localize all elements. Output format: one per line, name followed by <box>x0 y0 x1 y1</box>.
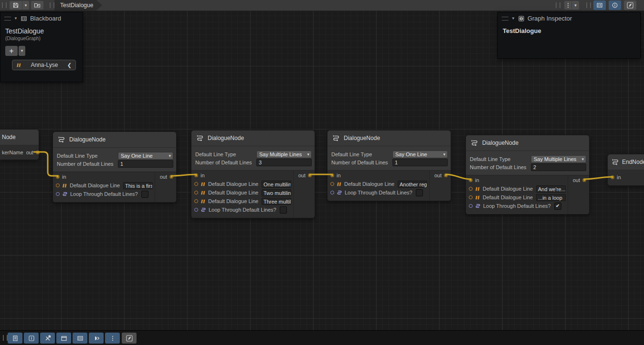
kebab-menu-icon <box>109 335 116 342</box>
loop-checkbox[interactable] <box>416 189 423 196</box>
dialogue-line-port[interactable] <box>56 183 60 187</box>
blackboard-header[interactable]: ▼ Blackboard <box>0 12 83 23</box>
blackboard-icon <box>77 335 84 342</box>
line-count-field[interactable]: 1 <box>118 160 173 168</box>
toggle-blackboard-button[interactable] <box>73 333 87 344</box>
field-label: Number of Default Lines <box>331 160 392 165</box>
loop-checkbox[interactable]: ✔ <box>554 203 561 210</box>
line-type-dropdown[interactable]: Say Multiple Lines▾ <box>256 151 312 158</box>
toolbar-drag-handle[interactable] <box>556 2 560 8</box>
dropdown-value: Say Multiple Lines <box>534 156 576 162</box>
options-dropdown-button[interactable]: ▾ <box>572 1 579 10</box>
loop-port[interactable] <box>56 192 60 196</box>
collapse-triangle-icon[interactable]: ▼ <box>14 16 18 21</box>
loop-checkbox[interactable] <box>280 206 287 214</box>
tab-label: TestDialogue <box>60 2 93 9</box>
dialogue-line-field[interactable]: Three multilin <box>262 198 291 205</box>
save-icon <box>12 2 19 9</box>
graph-inspector-header[interactable]: ▼ Graph Inspector <box>498 12 640 23</box>
loop-icon <box>337 190 342 195</box>
save-button[interactable] <box>10 1 22 10</box>
line-count-field[interactable]: 3 <box>256 159 312 166</box>
toggle-console-button[interactable] <box>8 333 22 344</box>
toggle-blackboard-button[interactable] <box>593 0 606 10</box>
info-square-icon <box>518 15 525 22</box>
dialogue-line-field[interactable]: One multiline <box>262 181 291 188</box>
dialogue-line-port[interactable] <box>469 187 473 191</box>
toggle-graph-inspector-button[interactable] <box>609 0 621 10</box>
dialogue-line-port[interactable] <box>330 182 334 186</box>
caret-down-icon: ▾ <box>21 49 23 53</box>
toggle-playthrough-button[interactable] <box>89 333 104 344</box>
drag-grip-icon[interactable] <box>4 17 11 21</box>
port-label: Default Dialogue Line <box>70 183 121 188</box>
dialogue-line-field[interactable]: And we're... <box>536 185 566 193</box>
line-type-dropdown[interactable]: Say One Line▾ <box>392 151 448 158</box>
toolbar-drag-handle[interactable] <box>50 2 54 8</box>
port-label: kerName <box>0 150 23 155</box>
dialogue-line-field[interactable]: Two multiline <box>262 189 291 196</box>
toggle-window-button[interactable] <box>56 333 71 344</box>
port-label: Loop Through Default Lines? <box>70 191 138 197</box>
port-label: Default Dialogue Line 2 <box>208 190 259 195</box>
toolbar-drag-handle[interactable] <box>586 2 591 8</box>
open-asset-button[interactable] <box>31 1 43 10</box>
loop-port[interactable] <box>330 191 334 194</box>
loop-port[interactable] <box>469 204 473 208</box>
dialogue-line-port[interactable] <box>194 199 198 203</box>
quill-icon <box>626 1 634 9</box>
toggle-tools-button[interactable] <box>40 333 55 344</box>
bottom-toolbar <box>0 330 644 345</box>
loop-checkbox[interactable] <box>141 191 148 198</box>
dialogue-line-port[interactable] <box>194 191 198 194</box>
tab-testdialogue[interactable]: TestDialogue <box>54 0 102 11</box>
line-type-dropdown[interactable]: Say Multiple Lines▾ <box>531 155 586 163</box>
end-node[interactable]: EndNode in <box>607 154 644 186</box>
toolbar-drag-handle[interactable] <box>3 335 8 341</box>
toggle-preview-button[interactable] <box>122 333 137 344</box>
speaker-node[interactable]: Node kerName out <box>0 129 39 160</box>
loop-port[interactable] <box>194 208 198 212</box>
toggle-inspector-button[interactable] <box>24 333 39 344</box>
dialogue-line-field[interactable]: This is a first <box>123 182 153 189</box>
toolbar-drag-handle[interactable] <box>2 2 7 8</box>
out-port-label: out <box>434 172 442 178</box>
drag-grip-icon[interactable] <box>502 17 508 21</box>
node-title-label: DialogueNode <box>69 136 106 143</box>
field-label: Default Line Type <box>331 151 392 157</box>
add-property-button[interactable]: + <box>5 46 18 56</box>
port-label: Default Dialogue Line 2 <box>483 194 534 200</box>
options-menu-button[interactable] <box>564 1 571 10</box>
blackboard-asset-title[interactable]: TestDialogue <box>0 23 83 35</box>
port-label: Default Dialogue Line 1 <box>483 186 534 192</box>
dialogue-node-3[interactable]: DialogueNode Default Line Type Say One L… <box>327 130 451 201</box>
blackboard-panel: ▼ Blackboard TestDialogue (DialogueGraph… <box>0 12 83 82</box>
line-type-dropdown[interactable]: Say One Line▾ <box>118 152 173 160</box>
port-label: Loop Through Default Lines? <box>483 203 551 209</box>
port-label: Loop Through Default Lines? <box>209 207 276 213</box>
collapse-chevron-icon[interactable]: ❮ <box>67 62 72 68</box>
more-options-button[interactable] <box>105 333 120 344</box>
dialogue-line-field[interactable]: ...in a loop <box>536 194 566 201</box>
dialogue-node-1[interactable]: DialogueNode Default Line Type Say One L… <box>53 131 177 203</box>
caret-down-icon: ▾ <box>25 3 27 8</box>
graph-inspector-panel: ▼ Graph Inspector TestDialogue <box>497 12 641 59</box>
dialogue-line-port[interactable] <box>469 195 473 199</box>
line-count-field[interactable]: 2 <box>531 163 586 171</box>
dialogue-line-field[interactable]: Another regu <box>398 181 427 188</box>
dialogue-line-port[interactable] <box>194 182 198 186</box>
dialogue-node-4[interactable]: DialogueNode Default Line Type Say Multi… <box>465 135 590 215</box>
kebab-menu-icon <box>565 2 571 9</box>
add-property-dropdown-button[interactable]: ▾ <box>19 46 25 56</box>
port-label: Loop Through Default Lines? <box>345 190 412 195</box>
collapse-triangle-icon[interactable]: ▼ <box>511 16 515 21</box>
blackboard-icon <box>596 2 603 9</box>
dialogue-node-2[interactable]: DialogueNode Default Line Type Say Multi… <box>191 130 315 218</box>
save-dropdown-button[interactable]: ▾ <box>22 1 29 10</box>
toggle-preview-button[interactable] <box>624 0 636 10</box>
blackboard-property-anna-lyse[interactable]: Anna-Lyse ❮ <box>12 60 76 70</box>
open-folder-icon <box>34 2 41 9</box>
line-count-field[interactable]: 1 <box>392 159 448 166</box>
loop-icon <box>62 191 68 197</box>
dialogue-flow-icon <box>612 158 619 166</box>
